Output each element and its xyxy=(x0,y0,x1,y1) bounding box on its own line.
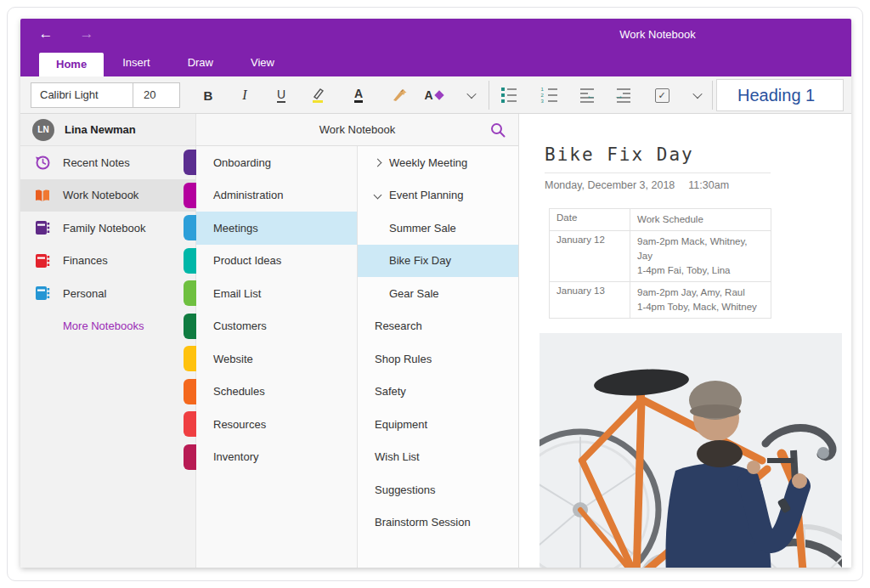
schedule-line: 1-4pm Toby, Mack, Whitney xyxy=(637,300,764,314)
forward-arrow-icon[interactable]: → xyxy=(76,25,97,43)
section-item[interactable]: Inventory xyxy=(196,441,357,474)
page-item[interactable]: Safety xyxy=(358,376,518,409)
sidebar-item-personal[interactable]: Personal xyxy=(20,277,195,310)
section-color-tab xyxy=(184,411,196,437)
tab-home[interactable]: Home xyxy=(39,53,104,76)
style-gallery[interactable]: Heading 1 xyxy=(716,79,844,111)
format-painter-button[interactable] xyxy=(386,83,411,107)
page-item[interactable]: Event Planning xyxy=(358,179,518,212)
notebooks-sidebar: LN Lina Newman Recent Notes Work Noteboo… xyxy=(20,114,195,568)
numbered-list-button[interactable]: 1 2 3 xyxy=(536,83,562,107)
page-label: Research xyxy=(375,319,422,332)
page-label: Safety xyxy=(375,385,406,398)
schedule-table[interactable]: Date Work Schedule January 12 9am-2pm Ma… xyxy=(549,208,771,319)
indent-button[interactable]: → xyxy=(611,83,636,107)
section-color-tab xyxy=(184,314,196,339)
section-item[interactable]: Schedules xyxy=(196,376,357,409)
font-name-input[interactable]: Calibri Light xyxy=(31,83,133,107)
formatting-toolbar: Calibri Light 20 B I U A A xyxy=(20,76,851,114)
section-color-tab xyxy=(184,248,196,274)
page-item[interactable]: Equipment xyxy=(358,408,518,441)
section-item-selected[interactable]: Meetings xyxy=(196,212,357,245)
section-label: Inventory xyxy=(213,450,258,463)
numbered-list-icon: 1 2 3 xyxy=(541,88,557,103)
section-label: Customers xyxy=(213,319,267,332)
tab-draw[interactable]: Draw xyxy=(169,49,232,76)
table-header-cell: Work Schedule xyxy=(630,209,771,231)
notebook-icon xyxy=(34,252,51,269)
section-item[interactable]: Administration xyxy=(196,179,357,212)
table-row: January 13 9am-2pm Jay, Amy, Raul 1-4pm … xyxy=(550,282,771,319)
user-account[interactable]: LN Lina Newman xyxy=(20,114,195,146)
search-icon[interactable] xyxy=(489,122,506,139)
sidebar-item-work-notebook[interactable]: Work Notebook xyxy=(20,179,195,212)
tab-view[interactable]: View xyxy=(232,49,293,76)
sidebar-item-finances[interactable]: Finances xyxy=(20,245,195,278)
note-time: 11:30am xyxy=(688,179,729,191)
page-item[interactable]: Wish List xyxy=(358,441,518,474)
page-item[interactable]: Weekly Meeting xyxy=(358,146,518,179)
section-item[interactable]: Resources xyxy=(196,408,357,441)
section-item[interactable]: Product Ideas xyxy=(196,245,357,278)
bike-photo[interactable] xyxy=(540,333,842,568)
page-item[interactable]: Summer Sale xyxy=(358,212,518,245)
schedule-line: 9am-2pm Jay, Amy, Raul xyxy=(637,286,764,300)
font-size-input[interactable]: 20 xyxy=(133,83,179,107)
toolbar-divider xyxy=(712,81,713,110)
section-color-tab xyxy=(184,280,196,306)
table-cell: January 12 xyxy=(550,231,630,282)
styles-shape-icon xyxy=(434,90,443,99)
note-datetime: Monday, December 3, 201811:30am xyxy=(545,179,851,191)
highlighter-button[interactable] xyxy=(305,83,330,107)
page-item[interactable]: Gear Sale xyxy=(358,277,518,310)
highlighter-icon xyxy=(309,87,326,104)
chevron-right-icon[interactable] xyxy=(374,158,382,167)
checkbox-icon: ✓ xyxy=(655,88,669,103)
page-item[interactable]: Brainstorm Session xyxy=(358,506,518,540)
page-item[interactable]: Research xyxy=(358,310,518,343)
back-arrow-icon[interactable]: ← xyxy=(36,25,56,43)
schedule-line: 9am-2pm Mack, Whitney, Jay xyxy=(637,235,764,263)
notebook-icon xyxy=(34,285,51,302)
page-label: Event Planning xyxy=(389,189,463,201)
page-label: Bike Fix Day xyxy=(389,254,451,267)
page-item[interactable]: Shop Rules xyxy=(358,342,518,376)
styles-label: A xyxy=(424,88,432,102)
sidebar-item-recent-notes[interactable]: Recent Notes xyxy=(20,146,195,179)
titlebar: ← → Work Notebook xyxy=(20,19,851,49)
page-label: Suggestions xyxy=(375,483,436,496)
tab-insert[interactable]: Insert xyxy=(104,49,169,76)
more-tags-button[interactable] xyxy=(685,83,710,107)
sidebar-item-family-notebook[interactable]: Family Notebook xyxy=(20,212,195,245)
styles-button[interactable]: A xyxy=(421,83,446,107)
panel-title: Work Notebook xyxy=(196,114,518,146)
note-title[interactable]: Bike Fix Day xyxy=(545,144,851,165)
section-item[interactable]: Website xyxy=(196,342,357,376)
page-item[interactable]: Suggestions xyxy=(358,473,518,506)
note-canvas[interactable]: Bike Fix Day Monday, December 3, 201811:… xyxy=(518,114,851,568)
section-item[interactable]: Email List xyxy=(196,277,357,310)
more-formatting-button[interactable] xyxy=(459,83,484,107)
toolbar-divider xyxy=(489,81,489,110)
sections-list: Onboarding Administration Meetings Produ… xyxy=(195,146,357,568)
italic-button[interactable]: I xyxy=(242,88,246,103)
section-label: Product Ideas xyxy=(213,254,281,267)
main-area: LN Lina Newman Recent Notes Work Noteboo… xyxy=(20,114,851,568)
font-picker: Calibri Light 20 xyxy=(31,82,180,108)
outdent-button[interactable]: ← xyxy=(574,83,600,107)
section-label: Schedules xyxy=(213,385,265,398)
section-color-tab xyxy=(184,183,196,208)
chevron-down-icon[interactable] xyxy=(374,191,382,200)
font-color-button[interactable]: A xyxy=(354,88,363,103)
bold-button[interactable]: B xyxy=(204,88,213,103)
table-cell: January 13 xyxy=(550,282,630,319)
section-item[interactable]: Customers xyxy=(196,310,357,343)
more-notebooks-link[interactable]: More Notebooks xyxy=(20,310,195,343)
sidebar-item-label: Recent Notes xyxy=(63,156,130,169)
bulleted-list-button[interactable] xyxy=(496,83,522,107)
underline-button[interactable]: U xyxy=(277,88,285,103)
page-item-selected[interactable]: Bike Fix Day xyxy=(358,245,518,278)
todo-tag-button[interactable]: ✓ xyxy=(649,83,675,107)
bulleted-list-icon xyxy=(501,88,517,103)
section-item[interactable]: Onboarding xyxy=(196,146,357,179)
